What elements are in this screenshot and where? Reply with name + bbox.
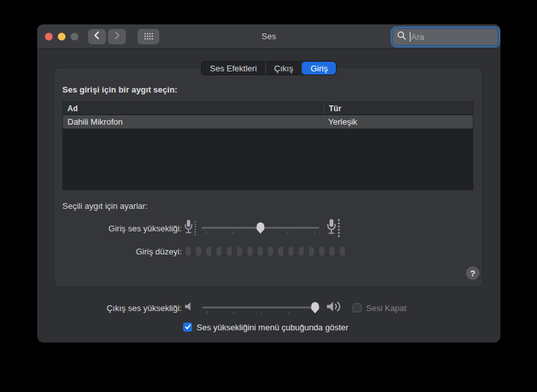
checkmark-icon xyxy=(184,321,191,333)
level-segment xyxy=(186,247,191,256)
speaker-low-icon xyxy=(184,301,194,314)
level-segment xyxy=(268,247,273,256)
output-volume-label: Çıkış ses yüksekliği: xyxy=(37,303,182,313)
level-segment xyxy=(227,247,232,256)
table-row[interactable]: Dahili Mikrofon Yerleşik xyxy=(63,115,473,129)
help-button[interactable]: ? xyxy=(466,266,480,280)
input-volume-slider[interactable] xyxy=(202,221,319,235)
input-level-label: Giriş düzeyi: xyxy=(37,247,182,256)
mute-checkbox xyxy=(353,303,362,312)
level-segment xyxy=(196,247,201,256)
mute-label: Sesi Kapat xyxy=(366,303,407,313)
level-segment xyxy=(278,247,283,256)
output-volume-slider[interactable] xyxy=(202,301,320,315)
level-segment xyxy=(206,247,211,256)
level-dots-big xyxy=(338,219,340,237)
speaker-high-icon xyxy=(326,300,344,316)
menubar-label: Ses yüksekliğini menü çubuğunda göster xyxy=(197,323,348,332)
menubar-checkbox[interactable] xyxy=(183,323,192,332)
sound-preferences-window: Ses Ses Efektleri Çıkış Giriş Ses girişi… xyxy=(37,24,500,343)
tab-cikis[interactable]: Çıkış xyxy=(266,62,303,75)
text-cursor xyxy=(410,32,410,42)
search-icon xyxy=(397,31,407,43)
column-header-type: Tür xyxy=(324,102,473,114)
input-volume-label: Giriş ses yüksekliği: xyxy=(37,224,182,233)
level-segment xyxy=(258,247,263,256)
search-field[interactable] xyxy=(392,28,498,46)
table-header: Ad Tür xyxy=(63,102,473,115)
input-device-table: Ad Tür Dahili Mikrofon Yerleşik xyxy=(62,102,473,190)
device-type: Yerleşik xyxy=(324,115,473,129)
microphone-low-icon xyxy=(184,218,193,238)
slider-ticks xyxy=(207,311,315,314)
selected-device-heading: Seçili aygıt için ayarlar: xyxy=(62,201,148,211)
slider-thumb[interactable] xyxy=(256,222,265,234)
input-device-heading: Ses girişi için bir aygıt seçin: xyxy=(62,85,177,94)
level-dots-small xyxy=(195,221,196,235)
input-level-meter xyxy=(186,247,345,256)
level-segment xyxy=(237,247,242,256)
search-input[interactable] xyxy=(411,32,494,42)
level-segment xyxy=(299,247,304,256)
column-header-name: Ad xyxy=(63,102,324,114)
slider-track[interactable] xyxy=(202,307,320,308)
device-name: Dahili Mikrofon xyxy=(63,115,324,129)
titlebar: Ses xyxy=(37,24,500,49)
level-segment xyxy=(216,247,222,256)
level-segment xyxy=(247,247,252,256)
level-segment xyxy=(330,247,335,256)
tab-bar: Ses Efektleri Çıkış Giriş xyxy=(201,61,337,75)
level-segment xyxy=(309,247,314,256)
level-segment xyxy=(319,247,324,256)
microphone-high-icon xyxy=(326,218,337,238)
level-segment xyxy=(288,247,294,256)
slider-thumb[interactable] xyxy=(310,301,320,314)
tab-ses-efektleri[interactable]: Ses Efektleri xyxy=(202,62,266,75)
tab-giris[interactable]: Giriş xyxy=(302,62,336,75)
level-segment xyxy=(340,247,345,256)
